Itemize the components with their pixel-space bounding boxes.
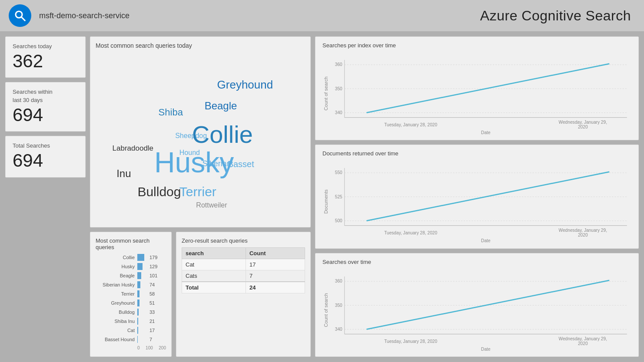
svg-text:360: 360 bbox=[335, 62, 342, 67]
word-cloud-word: Shiba bbox=[159, 107, 183, 118]
documents-chart-title: Documents returned over time bbox=[322, 150, 631, 157]
bar-row: Greyhound51 bbox=[96, 299, 166, 306]
searches-30-label1: Searches within bbox=[13, 89, 78, 95]
count-cell: 7 bbox=[246, 270, 305, 282]
bar-fill bbox=[137, 327, 138, 334]
total-row: Total24 bbox=[182, 282, 305, 293]
searches-today-value: 362 bbox=[13, 51, 78, 71]
search-cell: Cats bbox=[182, 270, 246, 282]
bar-label: Cat bbox=[96, 328, 135, 333]
svg-text:Tuesday, January 28, 2020: Tuesday, January 28, 2020 bbox=[384, 230, 437, 235]
bar-row: Basset Hound7 bbox=[96, 336, 166, 343]
bar-fill bbox=[137, 281, 140, 288]
bar-track bbox=[137, 290, 145, 297]
word-cloud-word: Beagle bbox=[205, 100, 237, 112]
bar-row: Collie179 bbox=[96, 254, 166, 261]
bar-value: 129 bbox=[149, 264, 166, 269]
searches-time-chart-card: Searches over time Count of search 360 3… bbox=[315, 253, 639, 357]
word-cloud-word: Greyhound bbox=[217, 78, 273, 92]
word-cloud-word: Terrier bbox=[179, 184, 216, 199]
search-cell: Cat bbox=[182, 259, 246, 270]
word-cloud-title: Most common search queries today bbox=[96, 42, 305, 49]
svg-text:Date: Date bbox=[481, 346, 491, 351]
bar-label: Shiba Inu bbox=[96, 319, 135, 324]
word-cloud-word: Labradoodle bbox=[113, 144, 154, 153]
service-name: msft-demo-search-service bbox=[39, 11, 129, 20]
word-cloud-word: Collie bbox=[192, 120, 253, 148]
searches-30-card: Searches within last 30 days 694 bbox=[5, 82, 86, 132]
svg-text:350: 350 bbox=[335, 302, 342, 307]
svg-text:500: 500 bbox=[335, 218, 342, 223]
svg-text:2020: 2020 bbox=[578, 124, 588, 129]
middle-panel: Most common search queries today Greyhou… bbox=[90, 36, 311, 357]
bar-x-axis: 0100200 bbox=[96, 346, 166, 350]
bar-x-tick: 200 bbox=[159, 346, 166, 350]
bar-fill bbox=[137, 254, 144, 261]
searches-index-chart-title: Searches per index over time bbox=[322, 42, 631, 49]
word-cloud-word: Rottweiler bbox=[196, 201, 227, 209]
bar-chart-card: Most common search queries Collie179Husk… bbox=[90, 232, 172, 357]
bar-track bbox=[137, 254, 145, 261]
svg-text:360: 360 bbox=[335, 278, 342, 283]
bar-track bbox=[137, 281, 145, 288]
bar-label: Terrier bbox=[96, 291, 135, 296]
searches-time-chart-container: Count of search 360 350 340 Tuesday, Jan… bbox=[322, 267, 631, 351]
svg-text:350: 350 bbox=[335, 86, 342, 91]
bar-track bbox=[137, 309, 145, 316]
bar-value: 74 bbox=[149, 282, 166, 287]
svg-text:340: 340 bbox=[335, 110, 342, 115]
bar-value: 21 bbox=[149, 319, 166, 324]
bar-chart-area: Collie179Husky129Beagle101Siberian Husky… bbox=[96, 254, 166, 343]
total-value: 24 bbox=[246, 282, 305, 293]
bar-fill bbox=[137, 309, 139, 316]
bar-fill bbox=[137, 318, 138, 325]
bar-row: Shiba Inu21 bbox=[96, 318, 166, 325]
bar-fill bbox=[137, 336, 138, 343]
left-panel: Searches today 362 Searches within last … bbox=[5, 36, 86, 357]
bar-track bbox=[137, 327, 145, 334]
app-title: Azure Cognitive Search bbox=[480, 8, 631, 24]
bar-value: 7 bbox=[149, 337, 166, 342]
bar-fill bbox=[137, 272, 141, 279]
searches-time-chart-title: Searches over time bbox=[322, 259, 631, 265]
searches-time-chart-svg: Count of search 360 350 340 Tuesday, Jan… bbox=[322, 267, 631, 351]
col-search: search bbox=[182, 248, 246, 259]
bar-track bbox=[137, 318, 145, 325]
word-cloud-word: Husky bbox=[154, 146, 234, 179]
bar-row: Siberian Husky74 bbox=[96, 281, 166, 288]
col-count: Count bbox=[246, 248, 305, 259]
bar-row: Beagle101 bbox=[96, 272, 166, 279]
bar-value: 179 bbox=[149, 255, 166, 260]
word-cloud-card: Most common search queries today Greyhou… bbox=[90, 36, 311, 227]
documents-chart-svg: Documents 550 525 500 Tuesday, January 2… bbox=[322, 158, 631, 242]
bar-label: Husky bbox=[96, 264, 135, 269]
searches-30-label2: last 30 days bbox=[13, 97, 78, 103]
bar-label: Siberian Husky bbox=[96, 282, 135, 287]
documents-chart-card: Documents returned over time Documents 5… bbox=[315, 145, 639, 248]
bar-chart-title: Most common search queries bbox=[96, 237, 166, 250]
bar-label: Collie bbox=[96, 255, 135, 260]
bar-value: 51 bbox=[149, 300, 166, 306]
bar-row: Husky129 bbox=[96, 263, 166, 270]
svg-text:Documents: Documents bbox=[324, 190, 329, 214]
searches-today-card: Searches today 362 bbox=[5, 36, 86, 78]
bar-fill bbox=[137, 290, 139, 297]
bar-value: 58 bbox=[149, 291, 166, 296]
searches-today-label: Searches today bbox=[13, 43, 78, 49]
bar-track bbox=[137, 272, 145, 279]
bar-value: 101 bbox=[149, 273, 166, 278]
searches-30-value: 694 bbox=[13, 105, 78, 125]
svg-text:2020: 2020 bbox=[578, 232, 588, 237]
count-cell: 17 bbox=[246, 259, 305, 270]
bar-row: Terrier58 bbox=[96, 290, 166, 297]
bar-fill bbox=[137, 263, 143, 270]
zero-result-tbody: Cat17Cats7Total24 bbox=[182, 259, 305, 293]
searches-index-chart-svg: Count of search 360 350 340 Tuesday, Ja bbox=[322, 50, 631, 134]
documents-chart-container: Documents 550 525 500 Tuesday, January 2… bbox=[322, 158, 631, 242]
searches-index-chart-container: Count of search 360 350 340 Tuesday, Ja bbox=[322, 50, 631, 134]
svg-text:Count of search: Count of search bbox=[324, 76, 329, 110]
svg-text:Count of search: Count of search bbox=[324, 293, 329, 327]
header: msft-demo-search-service Azure Cognitive… bbox=[0, 0, 644, 31]
bar-value: 17 bbox=[149, 328, 166, 333]
header-left: msft-demo-search-service bbox=[9, 4, 129, 27]
